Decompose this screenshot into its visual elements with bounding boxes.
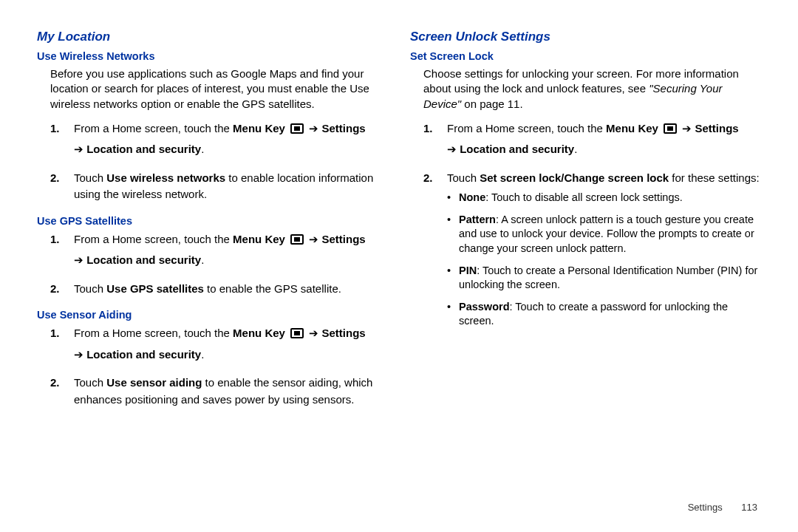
step-gps-1: From a Home screen, touch the Menu Key ➔… xyxy=(50,231,388,269)
step-setlock-2: Touch Set screen lock/Change screen lock… xyxy=(423,170,761,329)
lock-none: None: Touch to disable all screen lock s… xyxy=(447,191,761,205)
intro-wireless: Before you use applications such as Goog… xyxy=(50,66,388,112)
step-sensor-2: Touch Use sensor aiding to enable the se… xyxy=(50,375,388,408)
footer-page-number: 113 xyxy=(741,502,757,513)
lock-options-list: None: Touch to disable all screen lock s… xyxy=(447,191,761,329)
subhead-gps: Use GPS Satellites xyxy=(37,215,388,227)
menu-key-icon xyxy=(664,123,677,134)
right-column: Screen Unlock Settings Set Screen Lock C… xyxy=(410,30,761,420)
left-column: My Location Use Wireless Networks Before… xyxy=(37,30,388,420)
heading-screen-unlock: Screen Unlock Settings xyxy=(410,30,761,44)
heading-my-location: My Location xyxy=(37,30,388,44)
subhead-sensor: Use Sensor Aiding xyxy=(37,309,388,321)
subhead-setlock: Set Screen Lock xyxy=(410,50,761,62)
menu-key-icon xyxy=(290,123,304,134)
steps-gps: From a Home screen, touch the Menu Key ➔… xyxy=(50,231,388,298)
steps-wireless: From a Home screen, touch the Menu Key ➔… xyxy=(50,120,388,203)
footer-section: Settings xyxy=(688,502,723,513)
menu-key-icon xyxy=(290,328,304,338)
page-columns: My Location Use Wireless Networks Before… xyxy=(37,30,761,420)
subhead-wireless: Use Wireless Networks xyxy=(37,50,388,62)
lock-pin: PIN: Touch to create a Personal Identifi… xyxy=(447,264,761,293)
menu-key-icon xyxy=(290,234,304,245)
step-setlock-1: From a Home screen, touch the Menu Key ➔… xyxy=(423,120,761,158)
steps-setlock: From a Home screen, touch the Menu Key ➔… xyxy=(423,120,761,329)
steps-sensor: From a Home screen, touch the Menu Key ➔… xyxy=(50,325,388,408)
lock-password: Password: Touch to create a password for… xyxy=(447,300,761,329)
step-wireless-1: From a Home screen, touch the Menu Key ➔… xyxy=(50,120,388,158)
lock-pattern: Pattern: A screen unlock pattern is a to… xyxy=(447,213,761,256)
step-sensor-1: From a Home screen, touch the Menu Key ➔… xyxy=(50,325,388,363)
intro-setlock: Choose settings for unlocking your scree… xyxy=(423,66,761,112)
step-wireless-2: Touch Use wireless networks to enable lo… xyxy=(50,170,388,203)
page-footer: Settings 113 xyxy=(688,502,757,513)
step-gps-2: Touch Use GPS satellites to enable the G… xyxy=(50,281,388,298)
